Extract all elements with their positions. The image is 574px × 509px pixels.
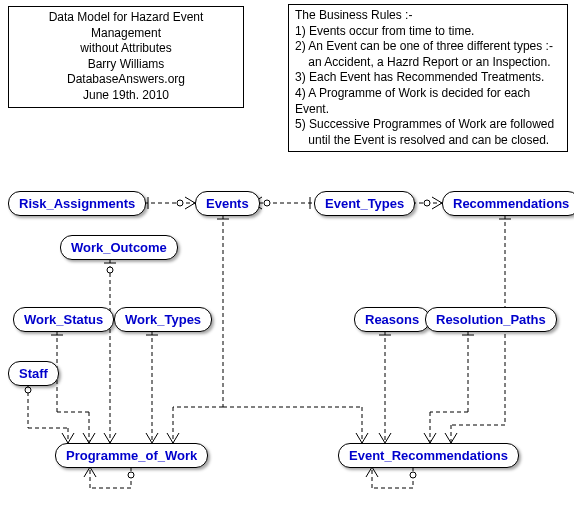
svg-line-2 — [185, 197, 195, 203]
svg-line-38 — [146, 433, 152, 443]
svg-point-43 — [25, 387, 31, 393]
diagram-canvas: Data Model for Hazard Event Management w… — [0, 0, 574, 509]
entity-work-types: Work_Types — [114, 307, 212, 332]
title-line-4: DatabaseAnswers.org — [15, 72, 237, 88]
svg-line-49 — [385, 433, 391, 443]
svg-point-4 — [177, 200, 183, 206]
svg-line-39 — [152, 433, 158, 443]
rules-heading: The Business Rules :- — [295, 8, 561, 24]
svg-line-34 — [83, 433, 89, 443]
svg-line-54 — [424, 433, 430, 443]
svg-line-61 — [451, 433, 457, 443]
title-line-1: Data Model for Hazard Event Management — [15, 10, 237, 41]
svg-line-13 — [432, 203, 442, 209]
svg-line-3 — [185, 203, 195, 209]
rules-r2: 2) An Event can be one of three differen… — [295, 39, 561, 55]
entity-reasons: Reasons — [354, 307, 430, 332]
entity-risk-assignments: Risk_Assignments — [8, 191, 146, 216]
svg-point-14 — [424, 200, 430, 206]
svg-line-45 — [68, 433, 74, 443]
svg-line-19 — [167, 433, 173, 443]
entity-recommendations: Recommendations — [442, 191, 574, 216]
rules-r3: 3) Each Event has Recommended Treatments… — [295, 70, 561, 86]
entity-event-types: Event_Types — [314, 191, 415, 216]
rules-r4: 4) A Programme of Work is decided for ea… — [295, 86, 561, 117]
svg-line-24 — [362, 433, 368, 443]
svg-line-44 — [62, 433, 68, 443]
entity-programme-of-work: Programme_of_Work — [55, 443, 208, 468]
svg-line-66 — [84, 467, 90, 477]
rules-r1: 1) Events occur from time to time. — [295, 24, 561, 40]
title-box: Data Model for Hazard Event Management w… — [8, 6, 244, 108]
entity-staff: Staff — [8, 361, 59, 386]
svg-line-60 — [445, 433, 451, 443]
title-line-3: Barry Williams — [15, 57, 237, 73]
entity-work-outcome: Work_Outcome — [60, 235, 178, 260]
business-rules-box: The Business Rules :- 1) Events occur fr… — [288, 4, 568, 152]
rules-r5: 5) Successive Programmes of Work are fol… — [295, 117, 561, 133]
entity-work-status: Work_Status — [13, 307, 114, 332]
svg-point-27 — [107, 267, 113, 273]
svg-line-28 — [104, 433, 110, 443]
rules-r5b: until the Event is resolved and can be c… — [295, 133, 561, 149]
svg-point-71 — [410, 472, 416, 478]
svg-line-29 — [110, 433, 116, 443]
svg-point-9 — [264, 200, 270, 206]
svg-line-72 — [366, 467, 372, 477]
svg-line-12 — [432, 197, 442, 203]
svg-line-48 — [379, 433, 385, 443]
entity-event-recommendations: Event_Recommendations — [338, 443, 519, 468]
svg-line-35 — [89, 433, 95, 443]
svg-line-55 — [430, 433, 436, 443]
svg-line-67 — [90, 467, 96, 477]
entity-resolution-paths: Resolution_Paths — [425, 307, 557, 332]
rules-r2b: an Accident, a Hazrd Report or an Inspec… — [295, 55, 561, 71]
svg-line-20 — [173, 433, 179, 443]
svg-line-73 — [372, 467, 378, 477]
svg-point-65 — [128, 472, 134, 478]
title-line-5: June 19th. 2010 — [15, 88, 237, 104]
entity-events: Events — [195, 191, 260, 216]
svg-line-23 — [356, 433, 362, 443]
title-line-2: without Attributes — [15, 41, 237, 57]
